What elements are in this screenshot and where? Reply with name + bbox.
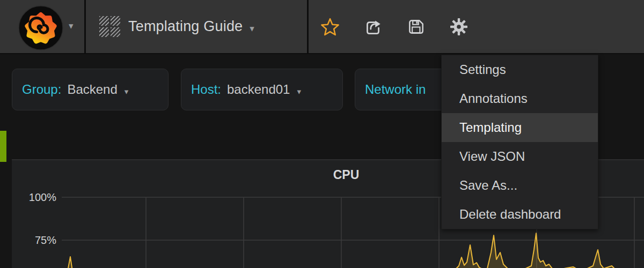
- grafana-logo-button[interactable]: [18, 5, 64, 51]
- menu-item-settings[interactable]: Settings: [442, 55, 598, 84]
- panel-title[interactable]: CPU: [333, 168, 360, 182]
- save-button[interactable]: [394, 0, 437, 53]
- dashboard-title: Templating Guide: [128, 18, 243, 35]
- dashboard-grid-icon: [99, 16, 121, 38]
- share-icon: [363, 17, 383, 37]
- star-button[interactable]: [309, 0, 352, 53]
- gear-icon: [449, 17, 469, 36]
- chevron-down-icon: ▾: [125, 87, 129, 96]
- variable-host-dropdown[interactable]: Host: backend01 ▾: [181, 69, 343, 110]
- y-axis-tick: 100%: [23, 191, 56, 204]
- chevron-down-icon: ▾: [297, 87, 301, 96]
- row-indicator[interactable]: [0, 131, 6, 162]
- grafana-logo-icon: [18, 5, 64, 51]
- navbar-actions: [309, 0, 480, 53]
- star-icon: [320, 17, 340, 36]
- top-navbar: ▾ Templating Guide ▾: [0, 0, 644, 54]
- menu-item-annotations[interactable]: Annotations: [442, 84, 598, 113]
- share-button[interactable]: [352, 0, 394, 53]
- menu-item-save-as[interactable]: Save As...: [442, 171, 598, 200]
- save-icon: [406, 17, 426, 36]
- settings-button[interactable]: [437, 0, 480, 53]
- menu-item-templating[interactable]: Templating: [442, 113, 598, 142]
- variable-group-dropdown[interactable]: Group: Backend ▾: [12, 69, 169, 110]
- dashboard-title-dropdown[interactable]: Templating Guide ▾: [86, 0, 254, 53]
- variable-value: Backend: [67, 82, 117, 97]
- variable-label: Network in: [365, 82, 426, 97]
- y-axis-tick: 75%: [23, 234, 56, 247]
- grafana-dashboard: ▾ Templating Guide ▾: [0, 0, 644, 268]
- settings-dropdown-menu: Settings Annotations Templating View JSO…: [441, 55, 598, 229]
- variable-value: backend01: [227, 82, 290, 97]
- title-caret-icon: ▾: [250, 24, 254, 34]
- logo-caret-icon[interactable]: ▾: [69, 21, 74, 31]
- variable-label: Group:: [22, 82, 61, 97]
- variable-label: Host:: [191, 82, 221, 97]
- menu-item-view-json[interactable]: View JSON: [442, 142, 598, 171]
- menu-item-delete-dashboard[interactable]: Delete dashboard: [442, 200, 598, 229]
